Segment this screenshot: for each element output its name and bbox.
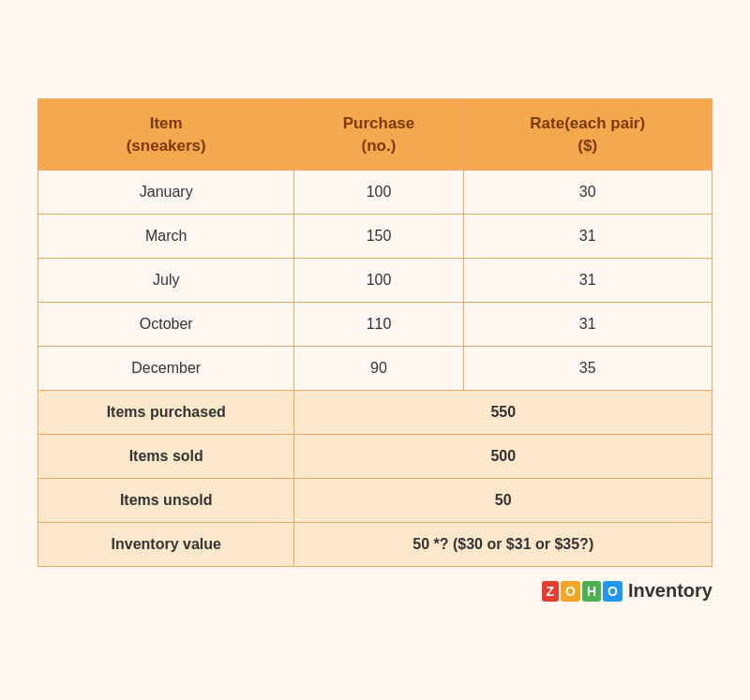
summary-row-items-unsold: Items unsold 50 bbox=[38, 479, 712, 523]
summary-label-inventory-value: Inventory value bbox=[38, 523, 294, 567]
cell-purchase: 100 bbox=[294, 259, 463, 303]
summary-label-items-sold: Items sold bbox=[38, 435, 294, 479]
cell-purchase: 150 bbox=[294, 215, 463, 259]
cell-rate: 31 bbox=[463, 259, 712, 303]
table-header-row: Item(sneakers) Purchase(no.) Rate(each p… bbox=[38, 98, 712, 171]
page-container: Item(sneakers) Purchase(no.) Rate(each p… bbox=[19, 80, 731, 621]
cell-month: January bbox=[38, 171, 294, 215]
col-header-item: Item(sneakers) bbox=[38, 98, 294, 171]
cell-rate: 35 bbox=[463, 347, 712, 391]
zoho-h: H bbox=[582, 581, 601, 602]
cell-rate: 31 bbox=[463, 215, 712, 259]
table-row: December 90 35 bbox=[38, 347, 712, 391]
summary-label-items-purchased: Items purchased bbox=[38, 391, 294, 435]
cell-month: December bbox=[38, 347, 294, 391]
cell-purchase: 110 bbox=[294, 303, 463, 347]
summary-row-inventory-value: Inventory value 50 *? ($30 or $31 or $35… bbox=[38, 523, 712, 567]
table-row: July 100 31 bbox=[38, 259, 712, 303]
cell-purchase: 90 bbox=[294, 347, 463, 391]
summary-row-items-sold: Items sold 500 bbox=[38, 435, 712, 479]
table-row: March 150 31 bbox=[38, 215, 712, 259]
zoho-o1: O bbox=[561, 581, 580, 602]
summary-row-items-purchased: Items purchased 550 bbox=[38, 391, 712, 435]
table-row: October 110 31 bbox=[38, 303, 712, 347]
summary-value-inventory-value: 50 *? ($30 or $31 or $35?) bbox=[294, 523, 712, 567]
zoho-logo: Z O H O bbox=[542, 581, 622, 602]
cell-month: March bbox=[38, 215, 294, 259]
cell-rate: 30 bbox=[463, 171, 712, 215]
col-header-rate: Rate(each pair)($) bbox=[463, 98, 712, 171]
col-header-purchase: Purchase(no.) bbox=[294, 98, 463, 171]
table-row: January 100 30 bbox=[38, 171, 712, 215]
zoho-z: Z bbox=[542, 581, 560, 602]
inventory-table: Item(sneakers) Purchase(no.) Rate(each p… bbox=[38, 98, 712, 568]
inventory-text: Inventory bbox=[628, 580, 712, 602]
cell-rate: 31 bbox=[463, 303, 712, 347]
summary-value-items-purchased: 550 bbox=[294, 391, 712, 435]
cell-purchase: 100 bbox=[294, 171, 463, 215]
summary-value-items-unsold: 50 bbox=[294, 479, 712, 523]
zoho-o2: O bbox=[603, 581, 622, 602]
logo-row: Z O H O Inventory bbox=[38, 580, 712, 602]
summary-label-items-unsold: Items unsold bbox=[38, 479, 294, 523]
cell-month: October bbox=[38, 303, 294, 347]
summary-value-items-sold: 500 bbox=[294, 435, 712, 479]
cell-month: July bbox=[38, 259, 294, 303]
